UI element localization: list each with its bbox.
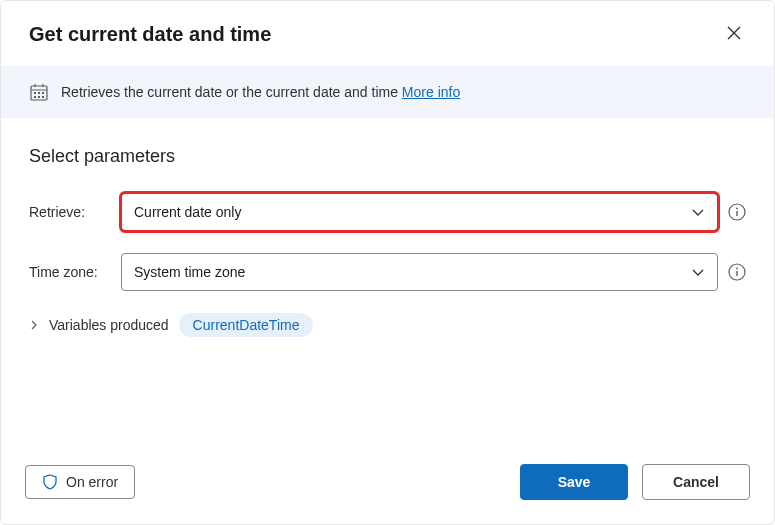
svg-rect-9: [42, 96, 44, 98]
banner-text: Retrieves the current date or the curren…: [61, 84, 460, 100]
retrieve-value: Current date only: [134, 204, 241, 220]
retrieve-select[interactable]: Current date only: [121, 193, 718, 231]
variables-row: Variables produced CurrentDateTime: [29, 313, 746, 337]
chevron-right-icon[interactable]: [29, 320, 39, 330]
chevron-down-icon: [691, 205, 705, 219]
timezone-row: Time zone: System time zone: [29, 253, 746, 291]
dialog-header: Get current date and time: [1, 1, 774, 66]
save-button[interactable]: Save: [520, 464, 628, 500]
more-info-link[interactable]: More info: [402, 84, 460, 100]
retrieve-row: Retrieve: Current date only: [29, 193, 746, 231]
svg-rect-4: [34, 92, 36, 94]
section-title: Select parameters: [29, 146, 746, 167]
timezone-value: System time zone: [134, 264, 245, 280]
svg-rect-6: [42, 92, 44, 94]
svg-rect-5: [38, 92, 40, 94]
svg-rect-8: [38, 96, 40, 98]
svg-rect-7: [34, 96, 36, 98]
on-error-button[interactable]: On error: [25, 465, 135, 499]
dialog-footer: On error Save Cancel: [1, 448, 774, 524]
svg-point-14: [736, 268, 738, 270]
close-icon: [726, 25, 742, 41]
timezone-select[interactable]: System time zone: [121, 253, 718, 291]
variable-chip[interactable]: CurrentDateTime: [179, 313, 314, 337]
banner-message: Retrieves the current date or the curren…: [61, 84, 402, 100]
timezone-label: Time zone:: [29, 264, 111, 280]
retrieve-label: Retrieve:: [29, 204, 111, 220]
dialog-title: Get current date and time: [29, 23, 271, 46]
close-button[interactable]: [722, 21, 746, 48]
chevron-down-icon: [691, 265, 705, 279]
on-error-label: On error: [66, 474, 118, 490]
shield-icon: [42, 474, 58, 490]
cancel-button[interactable]: Cancel: [642, 464, 750, 500]
info-icon[interactable]: [728, 203, 746, 221]
variables-label[interactable]: Variables produced: [49, 317, 169, 333]
info-banner: Retrieves the current date or the curren…: [1, 66, 774, 118]
info-icon[interactable]: [728, 263, 746, 281]
calendar-icon: [29, 82, 49, 102]
footer-actions: Save Cancel: [520, 464, 750, 500]
svg-point-11: [736, 208, 738, 210]
dialog-body: Select parameters Retrieve: Current date…: [1, 118, 774, 448]
